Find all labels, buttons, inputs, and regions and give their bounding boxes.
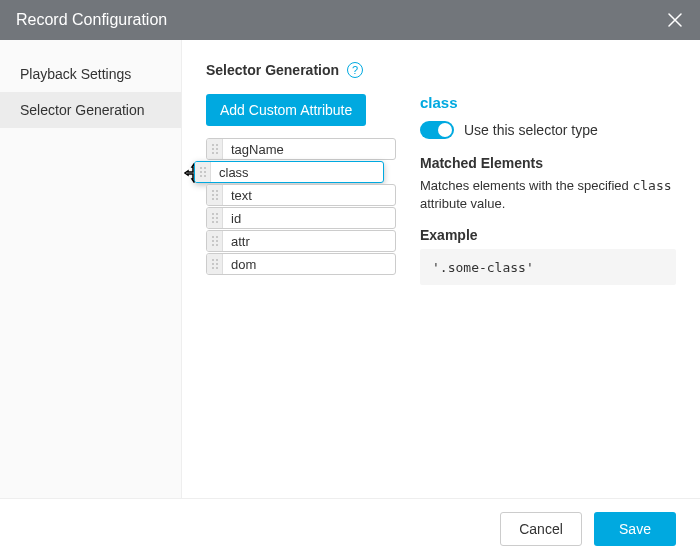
sidebar-item-selector-generation[interactable]: Selector Generation (0, 92, 181, 128)
selector-item-tagname[interactable]: tagName (206, 138, 396, 160)
svg-point-31 (216, 259, 218, 261)
svg-point-1 (216, 144, 218, 146)
button-label: Add Custom Attribute (220, 102, 352, 118)
detail-panel: class Use this selector type Matched Ele… (420, 60, 676, 498)
detail-title: class (420, 94, 676, 111)
svg-point-14 (212, 194, 214, 196)
svg-point-2 (212, 148, 214, 150)
selector-item-id[interactable]: id (206, 207, 396, 229)
matched-elements-heading: Matched Elements (420, 155, 676, 171)
svg-point-33 (216, 263, 218, 265)
cancel-button[interactable]: Cancel (500, 512, 582, 546)
add-custom-attribute-button[interactable]: Add Custom Attribute (206, 94, 366, 126)
section-header: Selector Generation ? (206, 60, 396, 80)
main-panel: Selector Generation ? Add Custom Attribu… (182, 40, 700, 498)
sidebar-item-label: Selector Generation (20, 102, 145, 118)
drag-handle-icon[interactable] (207, 185, 223, 205)
svg-point-12 (212, 190, 214, 192)
selector-item-label: dom (223, 257, 264, 272)
drag-handle-icon[interactable] (207, 208, 223, 228)
svg-point-0 (212, 144, 214, 146)
selector-item-dom[interactable]: dom (206, 253, 396, 275)
svg-point-26 (212, 240, 214, 242)
toggle-label: Use this selector type (464, 122, 598, 138)
sidebar: Playback Settings Selector Generation (0, 40, 182, 498)
selector-item-class[interactable]: class (194, 161, 384, 183)
svg-point-27 (216, 240, 218, 242)
selector-item-label: text (223, 188, 260, 203)
button-label: Save (619, 521, 651, 537)
svg-point-24 (212, 236, 214, 238)
selector-item-label: attr (223, 234, 258, 249)
svg-point-25 (216, 236, 218, 238)
button-label: Cancel (519, 521, 563, 537)
sidebar-item-label: Playback Settings (20, 66, 131, 82)
svg-point-32 (212, 263, 214, 265)
svg-point-20 (212, 217, 214, 219)
svg-point-16 (212, 198, 214, 200)
svg-point-17 (216, 198, 218, 200)
drag-handle-icon[interactable] (195, 162, 211, 182)
selector-column: Selector Generation ? Add Custom Attribu… (206, 60, 396, 498)
dialog-title: Record Configuration (16, 11, 167, 29)
help-icon[interactable]: ? (347, 62, 363, 78)
svg-point-29 (216, 244, 218, 246)
selector-item-label: id (223, 211, 249, 226)
dialog-record-configuration: Record Configuration Playback Settings S… (0, 0, 700, 558)
svg-point-22 (212, 221, 214, 223)
svg-point-13 (216, 190, 218, 192)
svg-point-34 (212, 267, 214, 269)
example-heading: Example (420, 227, 676, 243)
svg-point-15 (216, 194, 218, 196)
close-icon[interactable] (666, 11, 684, 29)
svg-point-5 (216, 152, 218, 154)
section-title: Selector Generation (206, 62, 339, 78)
example-code-block: '.some-class' (420, 249, 676, 285)
svg-point-23 (216, 221, 218, 223)
selector-item-label: class (211, 165, 257, 180)
sidebar-item-playback-settings[interactable]: Playback Settings (0, 56, 181, 92)
svg-point-35 (216, 267, 218, 269)
svg-point-6 (200, 167, 202, 169)
svg-point-19 (216, 213, 218, 215)
svg-point-11 (204, 175, 206, 177)
svg-point-18 (212, 213, 214, 215)
svg-point-9 (204, 171, 206, 173)
svg-point-28 (212, 244, 214, 246)
selector-list: tagName class (206, 138, 396, 275)
drag-handle-icon[interactable] (207, 231, 223, 251)
save-button[interactable]: Save (594, 512, 676, 546)
svg-point-7 (204, 167, 206, 169)
matched-elements-description: Matches elements with the specified clas… (420, 177, 676, 213)
titlebar: Record Configuration (0, 0, 700, 40)
svg-point-10 (200, 175, 202, 177)
toggle-row: Use this selector type (420, 121, 676, 139)
svg-point-4 (212, 152, 214, 154)
use-selector-toggle[interactable] (420, 121, 454, 139)
selector-item-text[interactable]: text (206, 184, 396, 206)
dialog-footer: Cancel Save (0, 498, 700, 558)
svg-point-30 (212, 259, 214, 261)
drag-handle-icon[interactable] (207, 254, 223, 274)
drag-handle-icon[interactable] (207, 139, 223, 159)
svg-point-3 (216, 148, 218, 150)
selector-item-attr[interactable]: attr (206, 230, 396, 252)
svg-point-21 (216, 217, 218, 219)
example-code: '.some-class' (432, 260, 534, 275)
svg-point-8 (200, 171, 202, 173)
selector-item-label: tagName (223, 142, 292, 157)
